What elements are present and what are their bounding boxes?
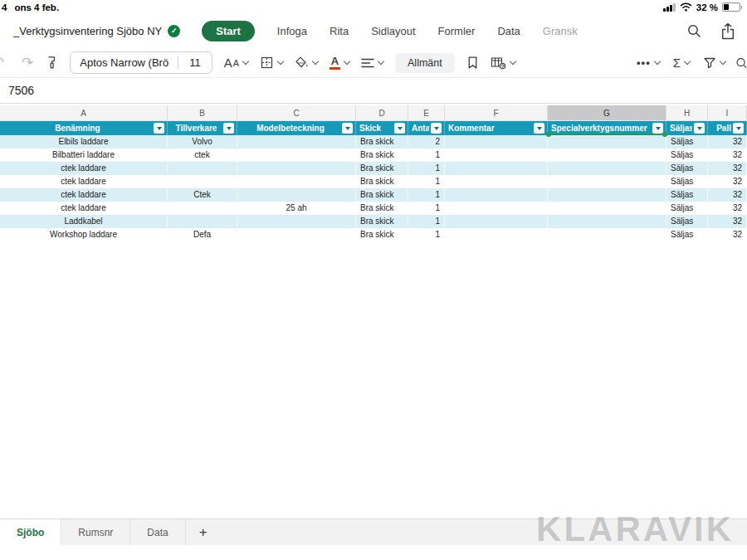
cell-I7[interactable]: 32 xyxy=(708,202,747,215)
cell-D2[interactable]: Bra skick xyxy=(356,135,408,149)
sheet-tab-rumsnr[interactable]: Rumsnr xyxy=(61,519,130,545)
cell-I8[interactable]: 32 xyxy=(708,215,747,228)
cell-E6[interactable]: 1 xyxy=(408,188,445,202)
fill-color-button[interactable] xyxy=(295,56,318,70)
cell-H5[interactable]: Säljas xyxy=(666,175,708,188)
column-header-A[interactable]: Benämning xyxy=(0,121,168,135)
cell-E3[interactable]: 1 xyxy=(408,149,445,162)
cell-E9[interactable]: 1 xyxy=(408,228,445,241)
cell-I5[interactable]: 32 xyxy=(708,175,747,188)
cell-G8[interactable] xyxy=(548,215,666,228)
column-letter-D[interactable]: D xyxy=(356,105,408,121)
format-painter-icon[interactable] xyxy=(45,56,58,70)
cell-F6[interactable] xyxy=(445,188,548,202)
filter-dropdown-button[interactable] xyxy=(394,123,405,134)
column-letter-B[interactable]: B xyxy=(168,105,237,121)
sort-filter-button[interactable] xyxy=(703,56,725,69)
conditional-formatting-icon[interactable] xyxy=(466,56,479,70)
cell-A7[interactable]: ctek laddare xyxy=(0,202,168,215)
cell-F4[interactable] xyxy=(445,162,548,175)
tab-data[interactable]: Data xyxy=(497,25,520,37)
column-letter-C[interactable]: C xyxy=(237,105,356,121)
column-header-B[interactable]: Tillverkare xyxy=(168,121,237,135)
filter-dropdown-button[interactable] xyxy=(652,123,663,134)
cell-H9[interactable]: Säljas xyxy=(666,228,708,241)
cell-H4[interactable]: Säljas xyxy=(666,162,708,175)
cell-B3[interactable]: ctek xyxy=(168,149,237,162)
column-letter-H[interactable]: H xyxy=(666,105,708,121)
filter-dropdown-button[interactable] xyxy=(733,123,744,134)
cell-E8[interactable]: 1 xyxy=(408,215,445,228)
undo-icon[interactable]: ↶ xyxy=(0,56,10,70)
cell-H8[interactable]: Säljas xyxy=(666,215,708,228)
cell-F8[interactable] xyxy=(445,215,548,228)
cell-A9[interactable]: Workshop laddare xyxy=(0,228,168,241)
cell-A4[interactable]: ctek laddare xyxy=(0,162,168,175)
font-formatting-button[interactable]: A A xyxy=(224,56,248,70)
cell-C8[interactable] xyxy=(237,215,356,228)
column-letter-G[interactable]: G xyxy=(548,105,666,121)
column-header-E[interactable]: Antal xyxy=(408,121,445,135)
add-sheet-button[interactable]: + xyxy=(186,519,221,545)
cell-C7[interactable]: 25 ah xyxy=(237,202,356,215)
cell-D5[interactable]: Bra skick xyxy=(356,175,408,188)
column-header-C[interactable]: Modelbeteckning xyxy=(237,121,356,135)
cell-E7[interactable]: 1 xyxy=(408,202,445,215)
filter-dropdown-button[interactable] xyxy=(694,123,705,134)
cell-H2[interactable]: Säljas xyxy=(666,135,708,149)
cell-I2[interactable]: 32 xyxy=(708,135,747,149)
cell-F7[interactable] xyxy=(445,202,548,215)
filter-dropdown-button[interactable] xyxy=(154,123,164,134)
cell-A3[interactable]: Bilbatteri laddare xyxy=(0,149,168,162)
cell-I9[interactable]: 32 xyxy=(708,228,747,241)
cell-G9[interactable] xyxy=(548,228,666,241)
tab-infoga[interactable]: Infoga xyxy=(277,25,307,37)
borders-button[interactable] xyxy=(260,56,283,70)
cell-F5[interactable] xyxy=(445,175,548,188)
cell-A5[interactable]: ctek laddare xyxy=(0,175,168,188)
cell-F3[interactable] xyxy=(445,149,548,162)
cell-H7[interactable]: Säljas xyxy=(666,202,708,215)
cell-A2[interactable]: Elbils laddare xyxy=(0,135,168,149)
cell-I6[interactable]: 32 xyxy=(708,188,747,202)
cell-A6[interactable]: ctek laddare xyxy=(0,188,168,202)
cell-selection-handles[interactable] xyxy=(548,134,666,135)
cell-A8[interactable]: Laddkabel xyxy=(0,215,168,228)
column-header-D[interactable]: Skick xyxy=(356,121,408,135)
number-format-button[interactable]: Allmänt xyxy=(395,53,455,73)
cell-D4[interactable]: Bra skick xyxy=(356,162,408,175)
cell-F2[interactable] xyxy=(445,135,548,149)
column-header-I[interactable]: Pall xyxy=(708,121,747,135)
cell-H6[interactable]: Säljas xyxy=(666,188,708,202)
autosum-button[interactable]: Σ xyxy=(673,56,690,70)
sheet-tab-sjobo[interactable]: Sjöbo xyxy=(0,519,61,545)
cell-G6[interactable] xyxy=(548,188,666,202)
redo-icon[interactable]: ↷ xyxy=(22,56,33,70)
formula-bar[interactable]: 7506 xyxy=(0,78,747,104)
column-letter-I[interactable]: I xyxy=(708,105,747,121)
cell-C3[interactable] xyxy=(237,149,356,162)
tab-sidlayout[interactable]: Sidlayout xyxy=(371,25,415,37)
cell-B9[interactable]: Defa xyxy=(168,228,237,241)
cell-I3[interactable]: 32 xyxy=(708,149,747,162)
filter-dropdown-button[interactable] xyxy=(342,123,353,134)
cell-D8[interactable]: Bra skick xyxy=(356,215,408,228)
document-title[interactable]: _Verktygsinventering Sjöbo NY ✓ xyxy=(13,25,180,37)
font-size-value[interactable]: 11 xyxy=(178,56,212,69)
cell-D6[interactable]: Bra skick xyxy=(356,188,408,202)
cell-C5[interactable] xyxy=(237,175,356,188)
cell-D7[interactable]: Bra skick xyxy=(356,202,408,215)
cell-I4[interactable]: 32 xyxy=(708,162,747,175)
alignment-button[interactable] xyxy=(361,57,383,69)
zoom-icon[interactable] xyxy=(735,56,747,70)
tab-start[interactable]: Start xyxy=(202,21,255,41)
cell-E4[interactable]: 1 xyxy=(408,162,445,175)
search-icon[interactable] xyxy=(686,23,701,38)
cell-G5[interactable] xyxy=(548,175,666,188)
column-header-G[interactable]: Specialverktygsnummer xyxy=(548,121,666,135)
cell-F9[interactable] xyxy=(445,228,548,241)
tab-rita[interactable]: Rita xyxy=(330,25,349,37)
filter-dropdown-button[interactable] xyxy=(431,123,442,134)
cell-C9[interactable] xyxy=(237,228,356,241)
cell-B8[interactable] xyxy=(168,215,237,228)
